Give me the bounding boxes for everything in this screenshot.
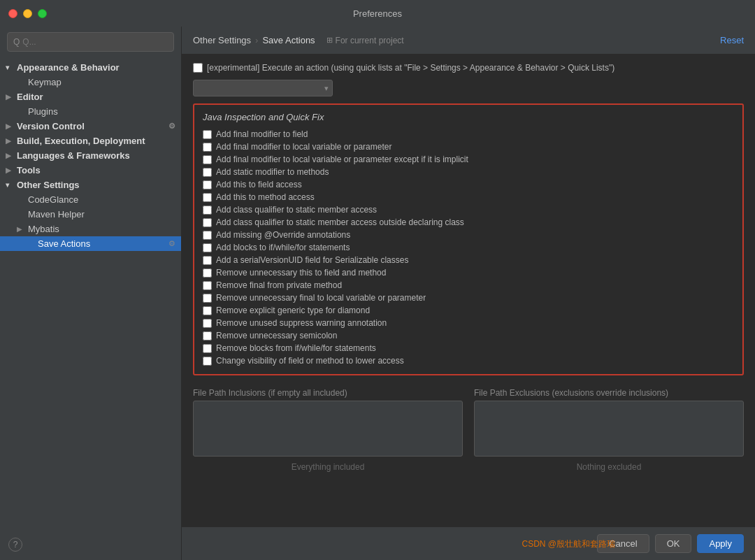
action-select[interactable]: [193, 80, 333, 96]
checkbox-remove-blocks[interactable]: [203, 344, 212, 353]
inclusions-label: File Path Inclusions (if empty all inclu…: [193, 388, 463, 398]
inspection-item: Remove unnecessary final to local variab…: [203, 292, 734, 304]
checkbox-add-class-qualifier[interactable]: [203, 206, 212, 215]
checkbox-add-override[interactable]: [203, 231, 212, 240]
sidebar-tree: ▾ Appearance & Behavior Keymap ▶ Editor …: [0, 57, 181, 560]
chevron-icon: ▾: [6, 181, 14, 189]
sidebar-item-editor[interactable]: ▶ Editor: [0, 89, 181, 104]
inspection-item: Add a serialVersionUID field for Seriali…: [203, 254, 734, 266]
inspection-item: Remove blocks from if/while/for statemen…: [203, 342, 734, 354]
panel-body: [experimental] Execute an action (using …: [182, 55, 755, 526]
inspection-item: Remove unused suppress warning annotatio…: [203, 317, 734, 329]
label-add-final-local-except: Add final modifier to local variable or …: [216, 155, 468, 164]
inspection-item: Add final modifier to local variable or …: [203, 153, 734, 166]
close-button[interactable]: [8, 9, 17, 18]
label-remove-explicit-generic: Remove explicit generic type for diamond: [216, 306, 370, 315]
label-add-class-qualifier-outside: Add class qualifier to static member acc…: [216, 217, 464, 227]
sidebar-item-languages[interactable]: ▶ Languages & Frameworks: [0, 148, 181, 163]
label-add-class-qualifier: Add class qualifier to static member acc…: [216, 205, 377, 215]
settings-icon: ⚙: [168, 239, 175, 248]
sidebar-item-keymap[interactable]: Keymap: [0, 75, 181, 89]
checkbox-remove-unnecessary-final[interactable]: [203, 294, 212, 303]
checkbox-remove-final[interactable]: [203, 281, 212, 290]
sidebar-item-build[interactable]: ▶ Build, Execution, Deployment: [0, 134, 181, 148]
label-remove-final: Remove final from private method: [216, 280, 342, 290]
chevron-icon: ▾: [6, 64, 14, 71]
checkbox-add-serial[interactable]: [203, 256, 212, 265]
inspection-items-list: Add final modifier to fieldAdd final mod…: [203, 128, 734, 367]
sidebar-item-label: Save Actions: [38, 238, 90, 249]
checkbox-add-final-local-except[interactable]: [203, 155, 212, 164]
sidebar-item-label: Build, Execution, Deployment: [17, 136, 145, 146]
checkbox-add-final-local[interactable]: [203, 143, 212, 152]
checkbox-remove-unnecessary-semicolon[interactable]: [203, 331, 212, 340]
inspection-item: Add blocks to if/while/for statements: [203, 241, 734, 254]
help-icon: ?: [13, 540, 18, 550]
dropdown-row: [193, 80, 744, 96]
reset-button[interactable]: Reset: [720, 35, 744, 45]
checkbox-remove-unused-suppress[interactable]: [203, 319, 212, 328]
inspection-item: Add class qualifier to static member acc…: [203, 203, 734, 216]
inspection-item: Add static modifier to methods: [203, 166, 734, 178]
help-button[interactable]: ?: [8, 538, 22, 552]
label-add-serial: Add a serialVersionUID field for Seriali…: [216, 255, 408, 265]
dropdown-wrapper: [193, 80, 333, 96]
checkbox-change-visibility[interactable]: [203, 357, 212, 366]
sidebar-item-version-control[interactable]: ▶ Version Control ⚙: [0, 119, 181, 134]
maximize-button[interactable]: [38, 9, 47, 18]
sidebar-item-label: Appearance & Behavior: [17, 62, 120, 73]
label-remove-unnecessary-final: Remove unnecessary final to local variab…: [216, 293, 426, 303]
exclusions-list: [474, 401, 744, 457]
inspection-item: Remove explicit generic type for diamond: [203, 304, 734, 317]
label-add-static-methods: Add static modifier to methods: [216, 167, 329, 177]
sidebar-item-appearance-behavior[interactable]: ▾ Appearance & Behavior: [0, 60, 181, 75]
sidebar-item-other-settings[interactable]: ▾ Other Settings: [0, 178, 181, 192]
checkbox-add-blocks[interactable]: [203, 243, 212, 252]
sidebar-item-tools[interactable]: ▶ Tools: [0, 163, 181, 178]
sidebar-item-label: Other Settings: [17, 180, 80, 190]
sidebar-item-mybatis[interactable]: ▶ Mybatis: [0, 222, 181, 236]
window-title: Preferences: [353, 8, 402, 19]
main-panel: Other Settings › Save Actions For curren…: [182, 27, 755, 560]
chevron-icon: ▶: [6, 137, 14, 145]
inspection-item: Add missing @Override annotations: [203, 229, 734, 241]
breadcrumb-bar: Other Settings › Save Actions For curren…: [182, 27, 755, 55]
checkbox-add-static-methods[interactable]: [203, 168, 212, 177]
sidebar: Q ▾ Appearance & Behavior Keymap ▶ Edito…: [0, 27, 182, 560]
label-add-final-local: Add final modifier to local variable or …: [216, 142, 391, 152]
checkbox-add-class-qualifier-outside[interactable]: [203, 218, 212, 227]
inspection-item: Add final modifier to field: [203, 128, 734, 141]
label-add-override: Add missing @Override annotations: [216, 230, 350, 240]
sidebar-item-codeglance[interactable]: CodeGlance: [0, 192, 181, 207]
checkbox-remove-this[interactable]: [203, 268, 212, 278]
apply-button[interactable]: Apply: [697, 534, 744, 553]
inclusions-status: Everything included: [193, 459, 463, 475]
exclusions-label: File Path Exclusions (exclusions overrid…: [474, 388, 744, 398]
sidebar-item-save-actions[interactable]: Save Actions ⚙: [0, 236, 181, 251]
minimize-button[interactable]: [23, 9, 32, 18]
experimental-checkbox[interactable]: [193, 63, 203, 73]
checkbox-add-final-field[interactable]: [203, 130, 212, 139]
sidebar-item-plugins[interactable]: Plugins: [0, 104, 181, 119]
inspection-item: Add class qualifier to static member acc…: [203, 216, 734, 229]
checkbox-add-this-field[interactable]: [203, 180, 212, 189]
inspection-item: Add this to method access: [203, 191, 734, 203]
sidebar-item-label: Maven Helper: [28, 209, 85, 220]
sidebar-item-label: Languages & Frameworks: [17, 150, 130, 161]
label-remove-blocks: Remove blocks from if/while/for statemen…: [216, 343, 376, 353]
experimental-row: [experimental] Execute an action (using …: [193, 63, 744, 73]
inspection-title: Java Inspection and Quick Fix: [203, 112, 734, 122]
search-input[interactable]: [22, 37, 168, 47]
ok-button[interactable]: OK: [655, 534, 692, 553]
search-icon: Q: [13, 37, 20, 47]
chevron-icon: ▶: [6, 152, 14, 159]
sidebar-item-maven-helper[interactable]: Maven Helper: [0, 207, 181, 222]
inspection-item: Remove final from private method: [203, 279, 734, 292]
search-box[interactable]: Q: [7, 32, 174, 52]
file-path-exclusions: File Path Exclusions (exclusions overrid…: [474, 388, 744, 475]
checkbox-add-this-method[interactable]: [203, 193, 212, 202]
breadcrumb-separator: ›: [255, 35, 258, 45]
chevron-icon: ▶: [6, 166, 14, 174]
breadcrumb-parent: Other Settings: [193, 35, 251, 45]
checkbox-remove-explicit-generic[interactable]: [203, 306, 212, 315]
